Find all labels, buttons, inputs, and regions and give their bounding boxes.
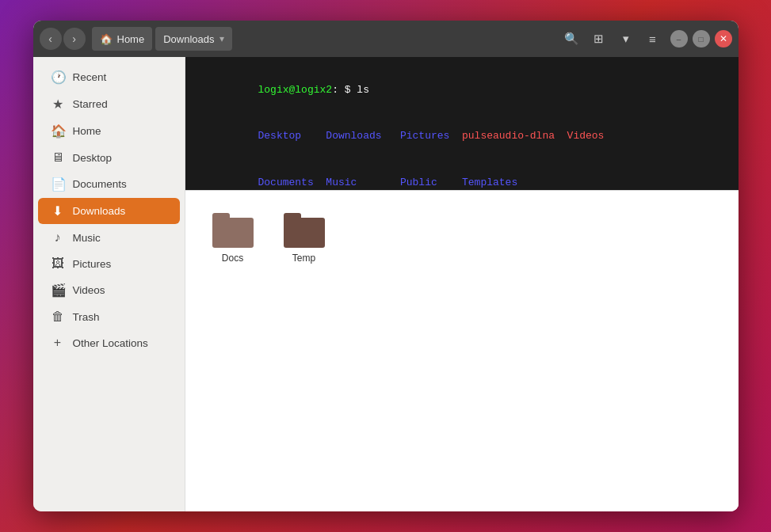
starred-icon: ★ bbox=[51, 97, 65, 112]
view-toggle-button[interactable]: ⊞ bbox=[588, 28, 610, 50]
sidebar-item-trash[interactable]: 🗑 Trash bbox=[38, 304, 180, 329]
maximize-button[interactable]: □ bbox=[693, 30, 710, 48]
folder-body-temp bbox=[284, 218, 325, 248]
menu-button[interactable]: ≡ bbox=[642, 28, 664, 50]
sidebar-item-videos[interactable]: 🎬 Videos bbox=[38, 277, 180, 303]
home-icon: 🏠 bbox=[100, 33, 113, 45]
terminal-prompt-1: logix@logix2 bbox=[258, 84, 333, 96]
downloads-icon: ⬇ bbox=[51, 203, 65, 218]
desktop-icon: 🖥 bbox=[51, 150, 65, 165]
documents-icon: 📄 bbox=[51, 177, 65, 192]
trash-icon: 🗑 bbox=[51, 310, 65, 324]
terminal-dir-pulseaudio: pulseaudio-dlna bbox=[462, 130, 567, 142]
pictures-icon: 🖼 bbox=[51, 256, 65, 271]
sidebar-item-downloads[interactable]: ⬇ Downloads bbox=[38, 198, 180, 224]
folder-icon-docs bbox=[212, 213, 254, 248]
titlebar: ‹ › 🏠 Home Downloads ▾ 🔍 ⊞ ▾ bbox=[33, 21, 739, 57]
nav-buttons: ‹ › bbox=[40, 28, 86, 50]
back-icon: ‹ bbox=[48, 32, 52, 45]
terminal-dir-downloads: Downloads bbox=[326, 130, 400, 142]
terminal-dir-desktop: Desktop bbox=[258, 130, 326, 142]
view-icon: ⊞ bbox=[594, 32, 604, 46]
file-item-docs[interactable]: Docs bbox=[201, 207, 265, 270]
breadcrumb-arrow-icon: ▾ bbox=[219, 33, 224, 44]
sidebar-item-pictures[interactable]: 🖼 Pictures bbox=[38, 251, 180, 276]
file-label-docs: Docs bbox=[222, 253, 243, 264]
music-icon: ♪ bbox=[51, 230, 65, 245]
other-locations-icon: + bbox=[51, 336, 65, 350]
titlebar-actions: 🔍 ⊞ ▾ ≡ bbox=[561, 28, 664, 50]
home-sidebar-icon: 🏠 bbox=[51, 124, 65, 139]
sidebar-item-recent[interactable]: 🕐 Recent bbox=[38, 64, 180, 90]
sidebar-label-videos: Videos bbox=[73, 284, 105, 296]
sidebar-label-pictures: Pictures bbox=[73, 258, 112, 270]
close-button[interactable]: ✕ bbox=[715, 30, 732, 48]
back-button[interactable]: ‹ bbox=[40, 28, 62, 50]
sidebar-label-desktop: Desktop bbox=[73, 152, 113, 164]
sidebar-label-documents: Documents bbox=[73, 178, 127, 190]
terminal-dir-templates: Templates bbox=[462, 177, 517, 188]
file-item-temp[interactable]: Temp bbox=[273, 207, 336, 270]
search-icon: 🔍 bbox=[564, 32, 579, 46]
view-options-button[interactable]: ▾ bbox=[615, 28, 637, 50]
sidebar-item-documents[interactable]: 📄 Documents bbox=[38, 171, 180, 197]
sidebar-label-trash: Trash bbox=[73, 311, 100, 323]
file-label-temp: Temp bbox=[292, 253, 315, 264]
sidebar-label-starred: Starred bbox=[73, 98, 108, 110]
close-icon: ✕ bbox=[719, 33, 727, 44]
sidebar-item-music[interactable]: ♪ Music bbox=[38, 225, 180, 250]
terminal-dir-videos: Videos bbox=[567, 130, 605, 142]
sidebar-label-recent: Recent bbox=[73, 71, 107, 83]
terminal-pane: logix@logix2: $ ls Desktop Downloads Pic… bbox=[185, 57, 739, 190]
downloads-breadcrumb-button[interactable]: Downloads ▾ bbox=[155, 27, 231, 51]
sidebar-label-home: Home bbox=[73, 125, 101, 137]
breadcrumb-label: Downloads bbox=[163, 33, 214, 45]
terminal-dir-public: Public bbox=[400, 177, 462, 188]
home-breadcrumb-button[interactable]: 🏠 Home bbox=[92, 27, 153, 51]
minimize-button[interactable]: – bbox=[670, 30, 688, 48]
menu-icon: ≡ bbox=[649, 32, 656, 46]
sidebar-item-home[interactable]: 🏠 Home bbox=[38, 118, 180, 144]
forward-icon: › bbox=[72, 32, 76, 45]
sidebar-item-other-locations[interactable]: + Other Locations bbox=[38, 330, 180, 355]
sidebar-label-other-locations: Other Locations bbox=[73, 337, 148, 349]
files-grid: Docs Temp bbox=[185, 191, 739, 511]
folder-body-docs bbox=[212, 218, 254, 248]
content-area: 🕐 Recent ★ Starred 🏠 Home 🖥 Desktop 📄 Do… bbox=[33, 57, 739, 511]
terminal-line-1: logix@logix2: $ ls bbox=[197, 66, 727, 113]
recent-icon: 🕐 bbox=[51, 70, 65, 85]
folder-icon-temp bbox=[284, 213, 325, 248]
terminal-dir-music: Music bbox=[326, 177, 400, 188]
sidebar: 🕐 Recent ★ Starred 🏠 Home 🖥 Desktop 📄 Do… bbox=[33, 57, 185, 511]
minimize-icon: – bbox=[677, 35, 681, 44]
sidebar-item-desktop[interactable]: 🖥 Desktop bbox=[38, 145, 180, 170]
sidebar-item-starred[interactable]: ★ Starred bbox=[38, 91, 180, 117]
main-area: logix@logix2: $ ls Desktop Downloads Pic… bbox=[185, 57, 739, 511]
maximize-icon: □ bbox=[698, 35, 703, 44]
terminal-dir-documents: Documents bbox=[258, 177, 326, 188]
sidebar-label-music: Music bbox=[73, 232, 101, 244]
sidebar-label-downloads: Downloads bbox=[73, 205, 126, 217]
terminal-line-3: Documents Music Public Templates bbox=[197, 159, 727, 190]
window-controls: – □ ✕ bbox=[670, 30, 732, 48]
terminal-cmd-1: : $ ls bbox=[332, 84, 369, 96]
search-button[interactable]: 🔍 bbox=[561, 28, 583, 50]
home-label: Home bbox=[117, 33, 145, 45]
view-options-icon: ▾ bbox=[623, 32, 629, 46]
terminal-dir-pictures: Pictures bbox=[400, 130, 462, 142]
videos-icon: 🎬 bbox=[51, 283, 65, 298]
forward-button[interactable]: › bbox=[63, 28, 86, 50]
terminal-line-2: Desktop Downloads Pictures pulseaudio-dl… bbox=[197, 113, 727, 160]
file-manager-window: ‹ › 🏠 Home Downloads ▾ 🔍 ⊞ ▾ bbox=[33, 21, 739, 511]
